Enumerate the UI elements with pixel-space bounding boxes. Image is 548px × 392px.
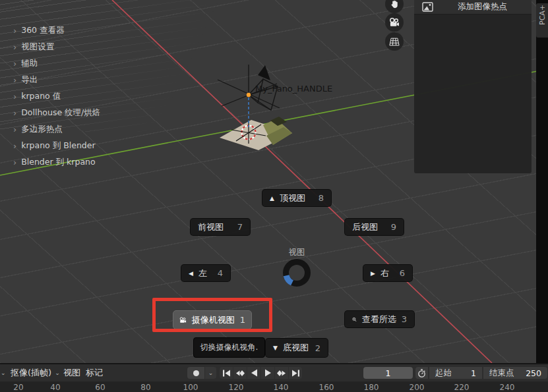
pie-direction-ring	[282, 258, 311, 287]
triangle-right-icon: ▶	[371, 270, 375, 277]
ruler-tick-label: 120	[229, 383, 244, 392]
ruler-tick-label: 40	[50, 383, 60, 392]
ruler-tick-label: 160	[319, 383, 334, 392]
image-icon	[422, 2, 433, 12]
krpano-sidebar-panel: 添加图像热点	[414, 0, 532, 173]
sidebar-section-view-settings[interactable]: ›视图设置	[0, 39, 117, 55]
ruler-tick-label: 220	[454, 383, 470, 392]
jump-start-icon	[222, 370, 231, 377]
view-menu[interactable]: 视图	[63, 367, 80, 379]
chevron-right-icon: ›	[13, 76, 16, 84]
playback-menu[interactable]: 抠像(插帧) ⌄	[11, 367, 60, 379]
pie-item-top-view[interactable]: ▲ 顶视图 8	[262, 189, 332, 207]
ruler-tick-label: 180	[364, 383, 379, 392]
playback-controls	[220, 367, 302, 379]
pie-item-right-view[interactable]: ▶ 右 6	[363, 264, 413, 282]
start-frame-field[interactable]: 起始 1	[429, 367, 482, 379]
sidebar-section-polygon-hotspot[interactable]: ›多边形热点	[0, 121, 117, 138]
hand-icon	[390, 0, 400, 9]
markers-menu[interactable]: 标记	[86, 367, 103, 379]
sidebar-section-krpano-values[interactable]: ›krpano 值	[0, 88, 117, 105]
pie-item-bottom-view[interactable]: ▼ 底视图 2	[265, 338, 328, 358]
chevron-right-icon: ›	[13, 59, 16, 68]
annotation-highlight-rectangle	[152, 298, 272, 332]
pie-item-left-view[interactable]: ◀ 左 4	[181, 264, 231, 282]
sidebar-header[interactable]: 添加图像热点	[414, 0, 532, 14]
grid-toggle-button[interactable]	[385, 32, 404, 51]
chevron-right-icon: ›	[13, 26, 16, 35]
triangle-left-icon: ◀	[189, 270, 193, 277]
record-icon	[193, 370, 199, 376]
sidebar-section-assist[interactable]: ›辅助	[0, 55, 117, 72]
frame-range-group: 起始 1 结束点 250	[429, 367, 547, 379]
record-button[interactable]	[187, 367, 204, 379]
timeline-editor: ⌄ 抠像(插帧) ⌄ 视图 标记 ⌄	[0, 363, 548, 392]
tooltip: 切换摄像机视角.	[193, 337, 265, 358]
use-preview-range-button[interactable]	[415, 367, 428, 379]
camera-view-nav-button[interactable]	[385, 13, 404, 32]
grid-icon	[389, 38, 400, 46]
pie-item-front-view[interactable]: 前视图 7	[190, 218, 251, 236]
current-frame-field[interactable]: 1	[363, 367, 413, 379]
end-frame-field[interactable]: 结束点 250	[483, 367, 547, 379]
auto-keying-group: ⌄	[187, 367, 216, 379]
jump-to-start-button[interactable]	[220, 367, 233, 379]
region-edge-strip	[536, 0, 548, 363]
ruler-tick-label: 80	[140, 383, 150, 392]
chevron-right-icon: ›	[13, 125, 16, 134]
movie-camera-icon	[389, 18, 400, 27]
shortcut-key: 9	[391, 222, 396, 232]
pie-menu-title: 视图	[270, 247, 323, 258]
prev-keyframe-icon	[235, 370, 245, 377]
ruler-tick-label: 60	[95, 383, 105, 392]
timeline-ruler[interactable]: 20 40 60 80 100 120 140 160 180 200 220 …	[0, 381, 548, 392]
jump-to-end-button[interactable]	[289, 367, 302, 379]
sidebar-section-360-viewer[interactable]: ›360 查看器	[0, 22, 117, 39]
record-options-button[interactable]: ⌄	[205, 367, 216, 379]
play-reverse-button[interactable]	[247, 367, 260, 379]
next-keyframe-button[interactable]	[275, 367, 288, 379]
pan-view-button[interactable]	[385, 0, 404, 13]
chevron-right-icon: ›	[13, 142, 16, 150]
play-icon	[264, 369, 272, 377]
ruler-tick-label: 20	[13, 383, 23, 392]
next-keyframe-icon	[277, 370, 286, 377]
object-name-label: My_Pano_HANDLE	[255, 84, 332, 94]
pie-item-view-selected[interactable]: 查看所选 3	[344, 310, 415, 328]
chevron-right-icon: ›	[13, 158, 16, 167]
sidebar-section-blender-to-krpano[interactable]: ›Blender 到 krpano	[0, 154, 117, 171]
sidebar-section-dollhouse[interactable]: ›Dollhouse 纹理/烘焙	[0, 105, 117, 121]
triangle-up-icon: ▲	[270, 195, 274, 202]
ruler-tick-label: 240	[500, 383, 515, 392]
pie-item-back-view[interactable]: 后视图 9	[344, 218, 404, 236]
shortcut-key: 7	[237, 222, 243, 232]
previous-keyframe-button[interactable]	[233, 367, 247, 379]
pie-ring-highlight-arc	[286, 275, 292, 283]
chevron-right-icon: ›	[13, 92, 16, 101]
shortcut-key: 3	[402, 314, 407, 324]
play-reverse-icon	[251, 369, 258, 377]
sidebar-section-export[interactable]: ›导出	[0, 72, 117, 88]
shortcut-key: 2	[315, 343, 320, 353]
chevron-right-icon: ›	[13, 43, 16, 51]
chevron-down-icon: ⌄	[55, 370, 60, 376]
shortcut-key: 4	[218, 268, 223, 278]
ruler-tick-label: 200	[410, 383, 425, 392]
chevron-down-icon: ⌄	[208, 370, 214, 376]
magnifier-icon	[352, 315, 357, 324]
panel-title: 添加图像热点	[433, 1, 532, 13]
ruler-tick-label: 140	[274, 383, 289, 392]
play-button[interactable]	[261, 367, 274, 379]
stopwatch-icon	[417, 369, 426, 378]
editor-type-chevron-icon[interactable]: ⌄	[1, 370, 6, 376]
sidebar-section-krpano-to-blender[interactable]: ›krpano 到 Blender	[0, 138, 117, 154]
triangle-down-icon: ▼	[273, 345, 278, 351]
3d-viewport[interactable]: My_Pano_HANDLE	[0, 0, 548, 363]
sidebar-tab-pca[interactable]: PCA+	[536, 3, 548, 38]
shortcut-key: 6	[400, 268, 405, 278]
jump-end-icon	[291, 370, 300, 377]
shortcut-key: 8	[319, 193, 324, 203]
chevron-right-icon: ›	[13, 109, 16, 117]
ruler-tick-label: 100	[183, 383, 198, 392]
timeline-header: ⌄ 抠像(插帧) ⌄ 视图 标记 ⌄	[0, 364, 548, 381]
